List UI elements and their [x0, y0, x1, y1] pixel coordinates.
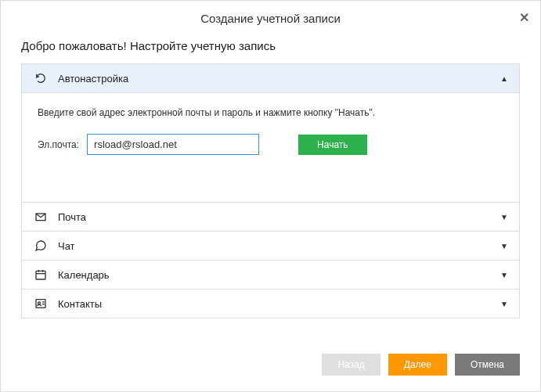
section-body-autosetup: Введите свой адрес электронной почты и п…: [22, 93, 519, 203]
mail-icon: [33, 210, 49, 223]
svg-rect-1: [36, 271, 45, 279]
chevron-down-icon: ▼: [500, 271, 508, 279]
section-label-calendar: Календарь: [58, 269, 110, 281]
back-button: Назад: [322, 354, 380, 376]
create-account-dialog: Создание учетной записи ✕ Добро пожалова…: [1, 1, 540, 391]
chevron-down-icon: ▼: [500, 242, 508, 250]
section-autosetup: Автонастройка ▲ Введите свой адрес элект…: [22, 64, 519, 203]
email-form-row: Эл.почта: Начать: [38, 134, 503, 155]
accordion-panel: Автонастройка ▲ Введите свой адрес элект…: [21, 63, 520, 318]
section-chat: Чат ▼: [22, 232, 519, 261]
section-header-calendar[interactable]: Календарь ▼: [22, 261, 519, 290]
dialog-footer: Назад Далее Отмена: [1, 341, 540, 391]
dialog-title: Создание учетной записи: [200, 12, 341, 25]
chevron-down-icon: ▼: [500, 300, 508, 308]
section-label-contacts: Контакты: [58, 298, 102, 310]
email-field[interactable]: [87, 134, 259, 155]
dialog-header: Создание учетной записи ✕: [1, 1, 540, 33]
section-label-autosetup: Автонастройка: [58, 73, 128, 85]
section-label-chat: Чат: [58, 240, 75, 252]
svg-point-6: [38, 302, 41, 304]
instruction-text: Введите свой адрес электронной почты и п…: [38, 107, 503, 118]
calendar-icon: [33, 268, 49, 281]
next-button[interactable]: Далее: [388, 354, 447, 376]
section-label-mail: Почта: [58, 211, 86, 223]
cancel-button[interactable]: Отмена: [455, 354, 520, 376]
chat-icon: [33, 239, 49, 252]
contacts-icon: [33, 297, 49, 310]
chevron-up-icon: ▲: [500, 74, 508, 83]
section-calendar: Календарь ▼: [22, 261, 519, 290]
section-header-contacts[interactable]: Контакты ▼: [22, 290, 519, 318]
close-icon[interactable]: ✕: [519, 10, 529, 25]
section-header-autosetup[interactable]: Автонастройка ▲: [22, 64, 519, 93]
start-button[interactable]: Начать: [298, 135, 367, 155]
section-header-chat[interactable]: Чат ▼: [22, 232, 519, 261]
refresh-icon: [33, 72, 49, 85]
section-header-mail[interactable]: Почта ▼: [22, 203, 519, 232]
email-label: Эл.почта:: [38, 139, 79, 150]
section-contacts: Контакты ▼: [22, 290, 519, 318]
chevron-down-icon: ▼: [500, 213, 508, 221]
dialog-subtitle: Добро пожаловать! Настройте учетную запи…: [1, 33, 540, 63]
dialog-content: Автонастройка ▲ Введите свой адрес элект…: [1, 63, 540, 341]
section-mail: Почта ▼: [22, 203, 519, 232]
